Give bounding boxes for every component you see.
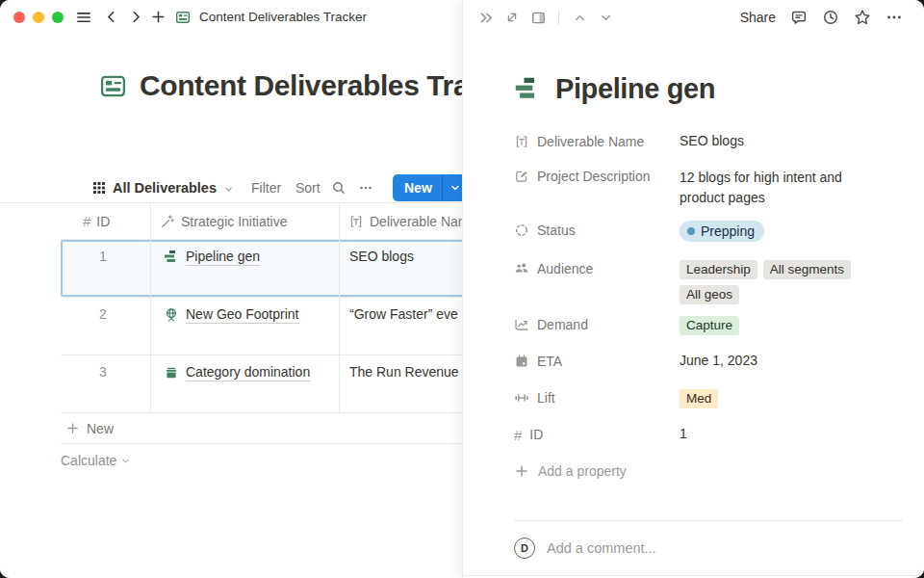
property-label[interactable]: Deliverable Name — [514, 127, 680, 156]
favorite-star-icon[interactable] — [851, 6, 874, 29]
next-record-icon[interactable] — [594, 6, 617, 29]
cell-initiative[interactable]: Pipeline gen — [151, 240, 340, 297]
side-peek-panel: Share Pipeline gen — [462, 0, 924, 578]
property-label[interactable]: Lift — [514, 383, 680, 412]
topbar-divider — [558, 11, 559, 25]
title-property-icon — [348, 214, 364, 229]
page-link[interactable]: Pipeline gen — [186, 249, 260, 266]
tag[interactable]: All geos — [680, 285, 739, 304]
share-button[interactable]: Share — [740, 10, 776, 25]
new-row-button[interactable]: New — [61, 413, 462, 444]
property-label-text: Audience — [537, 261, 593, 276]
tag[interactable]: All segments — [763, 260, 851, 279]
table-row[interactable]: 1 Pipeline gen SEO blogs — [61, 240, 462, 298]
table-view-icon — [92, 181, 106, 195]
column-header-id[interactable]: # ID — [61, 203, 151, 239]
property-value[interactable]: 1 — [680, 420, 872, 441]
property-value[interactable]: Leadership All segments All geos — [680, 254, 872, 304]
window-close-button[interactable] — [13, 12, 25, 23]
tag[interactable]: Leadership — [680, 260, 757, 279]
tag[interactable]: Capture — [680, 316, 739, 335]
forward-icon[interactable] — [128, 9, 144, 25]
previous-record-icon[interactable] — [568, 6, 591, 29]
property-label[interactable]: Demand — [514, 310, 680, 339]
people-icon — [514, 261, 529, 276]
sidebar-toggle-icon[interactable] — [75, 9, 92, 26]
property-value[interactable]: SEO blogs — [680, 127, 872, 148]
property-value[interactable]: 12 blogs for high intent and product pag… — [680, 162, 872, 208]
filter-button[interactable]: Filter — [251, 180, 281, 196]
cell-id[interactable]: 3 — [61, 355, 151, 412]
updates-clock-icon[interactable] — [819, 6, 842, 29]
comments-icon[interactable] — [787, 6, 810, 29]
property-value[interactable]: Med — [680, 383, 872, 408]
search-icon[interactable] — [331, 173, 346, 202]
view-name: All Deliverables — [113, 180, 217, 196]
page-link[interactable]: New Geo Footprint — [186, 306, 299, 324]
page-title-row: Content Deliverables Tracker — [99, 69, 462, 102]
page-link[interactable]: Category domination — [186, 364, 310, 381]
property-row-status: Status Prepping — [514, 216, 899, 245]
globe-icon — [164, 307, 179, 323]
status-dot — [687, 227, 695, 235]
comment-input-row[interactable]: D Add a comment... — [514, 538, 656, 559]
properties-list: Deliverable Name SEO blogs Project Descr… — [514, 127, 899, 486]
cell-initiative[interactable]: Category domination — [151, 355, 340, 412]
cell-id[interactable]: 2 — [61, 298, 151, 355]
side-peek-mode-icon[interactable] — [526, 6, 550, 29]
panel-bottom-divider — [463, 575, 924, 576]
new-row-label: New — [87, 421, 114, 436]
card-box-icon — [164, 365, 179, 381]
window-title: Content Deliverables Tracker — [199, 10, 367, 24]
new-button-caret-icon[interactable] — [443, 182, 462, 194]
close-peek-icon[interactable] — [475, 6, 498, 29]
comment-placeholder[interactable]: Add a comment... — [547, 540, 656, 556]
property-label[interactable]: Audience — [514, 254, 680, 283]
add-property-button[interactable]: Add a property — [514, 457, 899, 486]
view-toolbar: All Deliverables Filter Sort New — [0, 173, 462, 202]
property-value[interactable]: Prepping — [680, 216, 872, 242]
property-label-text: Deliverable Name — [537, 134, 644, 149]
window-zoom-button[interactable] — [52, 12, 64, 23]
cell-id[interactable]: 1 — [61, 240, 151, 297]
deliverables-table: # ID Strategic Initiative Deliverable — [61, 203, 462, 477]
comment-section-divider — [514, 520, 903, 521]
property-value[interactable]: Capture — [680, 310, 872, 335]
new-tab-icon[interactable] — [150, 9, 167, 25]
property-value[interactable]: June 1, 2023 — [680, 347, 872, 368]
calculate-button[interactable]: Calculate — [61, 444, 462, 477]
notion-window: Content Deliverables Tracker Content Del… — [0, 0, 924, 578]
page-title: Content Deliverables Tracker — [140, 69, 462, 102]
more-options-icon[interactable] — [883, 6, 906, 29]
property-label[interactable]: # ID — [514, 420, 680, 449]
view-switcher[interactable]: All Deliverables — [92, 173, 234, 202]
table-row[interactable]: 2 New Geo Footprint “Grow Faster” eve — [61, 298, 462, 355]
property-label-text: Project Description — [537, 169, 651, 184]
table-row[interactable]: 3 Category domination The Run Revenue S — [61, 355, 462, 413]
status-pill[interactable]: Prepping — [680, 221, 764, 242]
property-label[interactable]: Status — [514, 216, 680, 245]
cell-deliverable[interactable]: SEO blogs — [340, 240, 462, 297]
new-button-label: New — [393, 180, 442, 196]
cell-deliverable[interactable]: The Run Revenue S — [340, 355, 462, 412]
expand-page-icon[interactable] — [500, 6, 524, 29]
new-button[interactable]: New — [393, 174, 462, 201]
sort-button[interactable]: Sort — [295, 180, 321, 196]
record-title[interactable]: Pipeline gen — [555, 73, 715, 105]
bar-chart-icon[interactable] — [514, 76, 541, 103]
column-header-deliverable[interactable]: Deliverable Name — [340, 203, 462, 239]
property-label[interactable]: ETA — [514, 347, 680, 376]
column-header-initiative[interactable]: Strategic Initiative — [151, 203, 340, 239]
window-minimize-button[interactable] — [33, 12, 44, 23]
property-label[interactable]: Project Description — [514, 162, 680, 191]
tag[interactable]: Med — [680, 389, 718, 408]
property-label-text: Lift — [537, 390, 555, 406]
column-header-label: Deliverable Name — [370, 214, 462, 229]
cell-initiative[interactable]: New Geo Footprint — [151, 298, 340, 355]
cell-deliverable[interactable]: “Grow Faster” eve — [340, 298, 462, 355]
property-row-audience: Audience Leadership All segments All geo… — [514, 254, 899, 304]
database-page-icon[interactable] — [99, 72, 127, 100]
property-label-text: ID — [529, 427, 543, 442]
view-options-icon[interactable] — [358, 173, 373, 202]
back-icon[interactable] — [103, 9, 119, 25]
